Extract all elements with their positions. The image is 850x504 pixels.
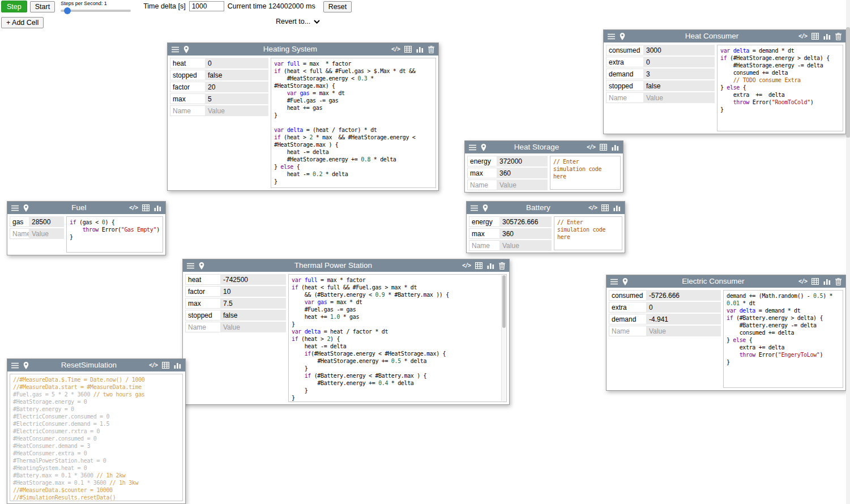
new-var-name-input[interactable]: Name [606, 92, 643, 103]
menu-icon[interactable] [608, 33, 615, 40]
var-name-cell[interactable]: max [185, 298, 220, 309]
var-value-cell[interactable]: -5726.666 [646, 290, 721, 301]
panel-header[interactable]: Electric Consumer</> [606, 275, 845, 288]
var-value-cell[interactable]: 20 [205, 82, 268, 92]
var-value-cell[interactable]: -4.941 [646, 314, 721, 324]
var-name-cell[interactable]: consumed [606, 45, 643, 55]
var-name-cell[interactable]: gas [10, 216, 29, 227]
trash-icon[interactable] [835, 278, 842, 285]
new-var-value-input[interactable]: Value [205, 105, 268, 116]
table-icon[interactable] [162, 362, 169, 369]
var-name-cell[interactable]: demand [606, 69, 643, 79]
panel-header[interactable]: Heating System</> [168, 43, 438, 55]
var-value-cell[interactable]: 372000 [497, 156, 548, 166]
var-value-cell[interactable]: 0 [205, 58, 268, 69]
panel-header[interactable]: Heat Consumer</> [604, 30, 845, 42]
page-scrollbar-thumb[interactable] [846, 27, 850, 138]
var-name-cell[interactable]: extra [609, 302, 646, 313]
var-value-cell[interactable]: 10 [220, 286, 286, 297]
code-editor[interactable]: var full = max * factorif (heat < full &… [271, 58, 436, 188]
var-value-cell[interactable]: false [643, 80, 715, 91]
add-cell-button[interactable]: + Add Cell [1, 17, 44, 28]
code-scrollbar[interactable] [501, 275, 506, 401]
var-name-cell[interactable]: stopped [606, 80, 643, 91]
var-name-cell[interactable]: heat [185, 274, 220, 285]
panel-header[interactable]: Thermal Power Station</> [183, 259, 509, 272]
menu-icon[interactable] [471, 205, 478, 211]
var-value-cell[interactable]: 5 [205, 93, 268, 104]
var-name-cell[interactable]: demand [609, 314, 646, 324]
pin-icon[interactable] [622, 278, 628, 285]
code-editor[interactable]: demand += (Math.random() - 0.5) *0.01 * … [723, 290, 843, 388]
menu-icon[interactable] [469, 144, 476, 151]
step-button[interactable]: Step [1, 1, 27, 12]
chart-icon[interactable] [823, 278, 831, 285]
var-name-cell[interactable]: energy [469, 216, 499, 227]
code-editor[interactable]: if (gas < 0) { throw Error("Gas Empty")} [66, 216, 163, 253]
new-var-value-input[interactable]: Value [646, 326, 721, 336]
table-icon[interactable] [811, 33, 819, 40]
table-icon[interactable] [601, 204, 609, 211]
var-value-cell[interactable]: 0 [646, 302, 721, 313]
code-icon[interactable]: </> [149, 362, 157, 369]
new-var-value-input[interactable]: Value [29, 228, 64, 239]
slider-thumb[interactable] [64, 7, 71, 14]
new-var-value-input[interactable]: Value [220, 322, 286, 332]
panel-header[interactable]: Fuel</> [7, 202, 165, 214]
var-value-cell[interactable]: 3000 [643, 45, 715, 55]
start-button[interactable]: Start [30, 1, 55, 12]
chart-icon[interactable] [154, 204, 161, 211]
panel-header[interactable]: Heat Storage</> [465, 141, 623, 153]
chart-icon[interactable] [823, 33, 831, 40]
code-icon[interactable]: </> [587, 144, 595, 151]
var-name-cell[interactable]: factor [170, 82, 205, 92]
var-name-cell[interactable]: stopped [170, 70, 205, 80]
var-value-cell[interactable]: 3 [643, 69, 715, 79]
menu-icon[interactable] [187, 263, 194, 269]
code-icon[interactable]: </> [588, 204, 597, 211]
new-var-name-input[interactable]: Name [469, 240, 499, 251]
new-var-name-input[interactable]: Name [185, 322, 220, 332]
var-name-cell[interactable]: extra [606, 57, 643, 67]
new-var-name-input[interactable]: Name [10, 228, 29, 239]
chart-icon[interactable] [613, 204, 621, 211]
var-name-cell[interactable]: energy [467, 156, 497, 166]
trash-icon[interactable] [499, 262, 505, 270]
var-value-cell[interactable]: 28500 [29, 216, 64, 227]
menu-icon[interactable] [610, 279, 618, 285]
panel-header[interactable]: ResetSimulation</> [7, 359, 185, 371]
trash-icon[interactable] [835, 33, 842, 40]
table-icon[interactable] [600, 144, 607, 151]
steps-per-second-slider[interactable] [61, 7, 131, 14]
code-icon[interactable]: </> [798, 278, 807, 285]
code-icon[interactable]: </> [462, 262, 471, 269]
var-name-cell[interactable]: stopped [185, 310, 220, 321]
menu-icon[interactable] [172, 46, 179, 53]
code-icon[interactable]: </> [391, 46, 400, 53]
page-scrollbar[interactable] [846, 0, 850, 504]
pin-icon[interactable] [183, 46, 189, 53]
pin-icon[interactable] [481, 144, 486, 151]
var-name-cell[interactable]: max [170, 93, 205, 104]
revert-dropdown[interactable]: Revert to... [276, 18, 320, 25]
new-var-value-input[interactable]: Value [643, 92, 715, 103]
table-icon[interactable] [475, 262, 482, 269]
new-var-name-input[interactable]: Name [170, 105, 205, 116]
pin-icon[interactable] [23, 362, 29, 369]
code-editor[interactable]: var full = max * factorif (heat < full &… [288, 274, 507, 402]
new-var-name-input[interactable]: Name [467, 180, 497, 190]
menu-icon[interactable] [11, 362, 19, 369]
pin-icon[interactable] [199, 262, 204, 270]
code-editor[interactable]: var delta = demand * dtif (#HeatStorage.… [717, 45, 843, 131]
table-icon[interactable] [404, 46, 412, 53]
var-value-cell[interactable]: -742500 [220, 274, 286, 285]
menu-icon[interactable] [11, 205, 19, 211]
pin-icon[interactable] [482, 204, 488, 212]
new-var-value-input[interactable]: Value [499, 240, 552, 251]
var-name-cell[interactable]: heat [170, 58, 205, 69]
var-value-cell[interactable]: 360 [499, 228, 552, 239]
new-var-value-input[interactable]: Value [497, 180, 548, 190]
table-icon[interactable] [811, 278, 819, 285]
var-value-cell[interactable]: 305726.666 [499, 216, 552, 227]
code-editor[interactable]: //#MeasureData.$.Time = Date.now() / 100… [10, 374, 183, 501]
